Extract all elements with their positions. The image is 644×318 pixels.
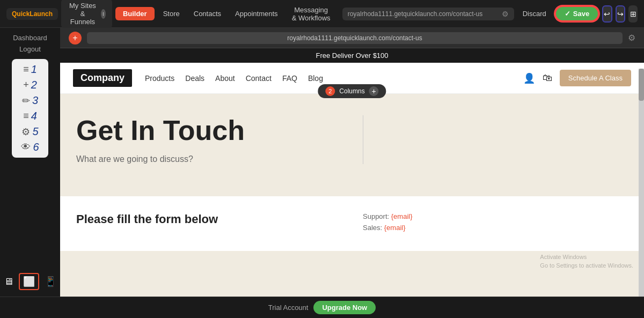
nav-deals[interactable]: Deals	[185, 74, 204, 83]
nav-contact[interactable]: Contact	[246, 74, 272, 83]
bottom-bar: Trial Account Upgrade Now	[0, 297, 644, 318]
url-settings-icon[interactable]: ⚙	[502, 10, 509, 18]
sites-badge: ↕	[101, 9, 106, 19]
dashboard-link[interactable]: Dashboard	[13, 32, 47, 43]
site-preview: Free Deliver Over $100 Company Products …	[60, 48, 644, 297]
form-right: Support: {email} Sales: {email}	[363, 212, 628, 235]
activate-windows-watermark: Activate Windows Go to Settings to activ…	[540, 253, 633, 270]
site-logo: Company	[73, 69, 132, 87]
store-button[interactable]: Store	[158, 7, 185, 20]
builder-button[interactable]: Builder	[115, 7, 155, 20]
discard-button[interactable]: Discard	[517, 7, 552, 20]
sidebar-item-6[interactable]: 👁 6	[21, 141, 39, 153]
nav-faq[interactable]: FAQ	[282, 74, 297, 83]
form-section: Please fill the form below Support: {ema…	[60, 196, 644, 251]
edit-icon: ✏	[22, 95, 30, 107]
layout-icon: ≡	[23, 110, 29, 122]
address-input[interactable]	[87, 32, 623, 44]
url-text: royalrhoda1111.getquicklаunch.com/contac…	[348, 10, 497, 18]
redo-button[interactable]: ↪	[616, 5, 626, 23]
messaging-button[interactable]: Messaging & Workflows	[287, 3, 336, 25]
desktop-preview-button[interactable]: 🖥	[2, 274, 16, 290]
save-button[interactable]: ✓ Save	[555, 6, 599, 21]
hamburger-icon: ≡	[23, 64, 29, 75]
logout-link[interactable]: Logout	[19, 43, 41, 55]
sidebar-item-3[interactable]: ✏ 3	[22, 94, 38, 107]
columns-badge: 2 Columns +	[318, 84, 386, 98]
columns-count: 2	[325, 86, 335, 96]
hero-subtitle: What are we going to discuss?	[76, 154, 331, 164]
sales-line: Sales: {email}	[363, 224, 628, 232]
user-icon[interactable]: 👤	[523, 72, 535, 84]
logo-button[interactable]: QuickLaunch	[6, 8, 58, 20]
header-actions: 👤 🛍 Schedule A Class	[523, 70, 631, 86]
appointments-button[interactable]: Appointments	[230, 7, 283, 20]
hero-title: Get In Touch	[76, 115, 331, 146]
upgrade-button[interactable]: Upgrade Now	[313, 301, 376, 314]
my-sites-button[interactable]: My Sites & Funnels ↕	[61, 0, 112, 28]
sidebar-item-2[interactable]: + 2	[23, 79, 37, 91]
eye-icon: 👁	[21, 142, 31, 153]
scroll-thumb[interactable]	[639, 69, 644, 101]
page-settings-icon[interactable]: ⚙	[628, 33, 635, 43]
nav-blog[interactable]: Blog	[308, 74, 323, 83]
form-left: Please fill the form below	[76, 212, 341, 235]
sidebar-item-1[interactable]: ≡ 1	[23, 63, 37, 76]
left-sidebar: Dashboard Logout ≡ 1 + 2 ✏ 3 ≡ 4 ⚙ 5 👁 6…	[0, 28, 60, 297]
sidebar-item-5[interactable]: ⚙ 5	[21, 125, 38, 138]
url-bar: royalrhoda1111.getquicklаunch.com/contac…	[342, 8, 514, 20]
hero-section: 2 Columns + Get In Touch What are we goi…	[60, 94, 644, 196]
settings-icon: ⚙	[21, 126, 30, 138]
form-title: Please fill the form below	[76, 212, 341, 226]
contacts-button[interactable]: Contacts	[188, 7, 226, 20]
add-section-button[interactable]: +	[69, 32, 82, 45]
tablet-preview-button[interactable]: ⬜	[19, 273, 39, 290]
scrollbar[interactable]	[639, 69, 644, 297]
nav-about[interactable]: About	[215, 74, 235, 83]
schedule-button[interactable]: Schedule A Class	[560, 70, 631, 86]
undo-button[interactable]: ↩	[602, 5, 612, 23]
trial-label: Trial Account	[268, 304, 309, 312]
checkmark-icon: ✓	[565, 10, 570, 18]
address-bar-row: + ⚙	[60, 28, 644, 48]
mobile-preview-button[interactable]: 📱	[42, 273, 58, 290]
promo-bar: Free Deliver Over $100	[60, 48, 644, 63]
grid-button[interactable]: ⊞	[628, 5, 638, 23]
support-email: {email}	[391, 212, 413, 220]
device-preview-buttons: 🖥 ⬜ 📱	[0, 271, 63, 292]
add-icon: +	[23, 79, 29, 91]
top-navigation: QuickLaunch My Sites & Funnels ↕ Builder…	[0, 0, 644, 28]
main-content: + ⚙ Free Deliver Over $100 Company Produ…	[60, 28, 644, 297]
sidebar-tools: ≡ 1 + 2 ✏ 3 ≡ 4 ⚙ 5 👁 6	[12, 59, 48, 158]
add-column-button[interactable]: +	[369, 86, 379, 96]
sidebar-item-4[interactable]: ≡ 4	[23, 110, 37, 122]
cart-icon[interactable]: 🛍	[543, 72, 552, 84]
site-navigation: Products Deals About Contact FAQ Blog	[145, 74, 510, 83]
sales-email: {email}	[384, 224, 406, 232]
support-line: Support: {email}	[363, 212, 628, 220]
nav-products[interactable]: Products	[145, 74, 174, 83]
